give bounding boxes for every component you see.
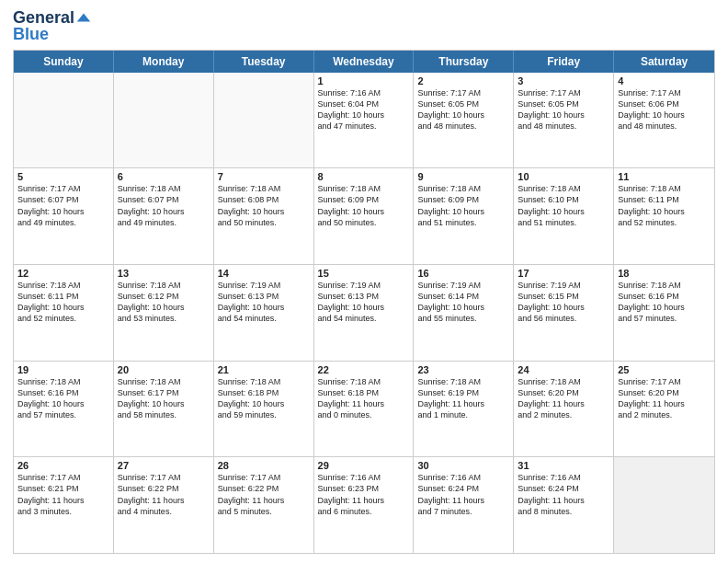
cell-info: Sunrise: 7:18 AM Sunset: 6:19 PM Dayligh… — [417, 376, 509, 421]
calendar-cell-week4-day7: 25Sunrise: 7:17 AM Sunset: 6:20 PM Dayli… — [614, 362, 714, 457]
cell-info: Sunrise: 7:18 AM Sunset: 6:09 PM Dayligh… — [318, 183, 410, 228]
cell-info: Sunrise: 7:17 AM Sunset: 6:07 PM Dayligh… — [17, 183, 109, 228]
page: General Blue SundayMondayTuesdayWednesda… — [0, 0, 728, 563]
cell-info: Sunrise: 7:18 AM Sunset: 6:09 PM Dayligh… — [417, 183, 509, 228]
cell-info: Sunrise: 7:18 AM Sunset: 6:16 PM Dayligh… — [17, 376, 109, 421]
calendar-cell-week4-day1: 19Sunrise: 7:18 AM Sunset: 6:16 PM Dayli… — [14, 362, 114, 457]
calendar-header: SundayMondayTuesdayWednesdayThursdayFrid… — [14, 51, 714, 73]
day-number: 26 — [17, 460, 109, 471]
calendar-cell-week2-day6: 10Sunrise: 7:18 AM Sunset: 6:10 PM Dayli… — [514, 168, 614, 264]
header-day-monday: Monday — [114, 51, 214, 73]
calendar-cell-week2-day2: 6Sunrise: 7:18 AM Sunset: 6:07 PM Daylig… — [114, 168, 214, 264]
calendar-cell-week1-day6: 3Sunrise: 7:17 AM Sunset: 6:05 PM Daylig… — [514, 73, 614, 168]
calendar-cell-week4-day5: 23Sunrise: 7:18 AM Sunset: 6:19 PM Dayli… — [414, 362, 514, 457]
day-number: 9 — [417, 171, 509, 182]
calendar-cell-week5-day7 — [614, 457, 714, 553]
cell-info: Sunrise: 7:19 AM Sunset: 6:15 PM Dayligh… — [518, 280, 609, 325]
calendar-body: 1Sunrise: 7:16 AM Sunset: 6:04 PM Daylig… — [14, 73, 714, 553]
calendar-cell-week3-day2: 13Sunrise: 7:18 AM Sunset: 6:12 PM Dayli… — [114, 265, 214, 361]
calendar-cell-week4-day6: 24Sunrise: 7:18 AM Sunset: 6:20 PM Dayli… — [514, 362, 614, 457]
day-number: 4 — [618, 75, 711, 86]
cell-info: Sunrise: 7:17 AM Sunset: 6:06 PM Dayligh… — [618, 87, 711, 132]
calendar-cell-week1-day3 — [214, 73, 314, 168]
day-number: 23 — [417, 364, 509, 375]
cell-info: Sunrise: 7:17 AM Sunset: 6:21 PM Dayligh… — [17, 472, 109, 517]
cell-info: Sunrise: 7:18 AM Sunset: 6:10 PM Dayligh… — [518, 183, 609, 228]
header: General Blue — [13, 9, 715, 44]
header-day-tuesday: Tuesday — [214, 51, 314, 73]
calendar-week-2: 5Sunrise: 7:17 AM Sunset: 6:07 PM Daylig… — [14, 167, 714, 264]
day-number: 15 — [318, 268, 410, 279]
day-number: 17 — [518, 268, 609, 279]
day-number: 22 — [318, 364, 410, 375]
day-number: 31 — [518, 460, 609, 471]
day-number: 11 — [618, 171, 711, 182]
cell-info: Sunrise: 7:17 AM Sunset: 6:05 PM Dayligh… — [417, 87, 509, 132]
day-number: 6 — [118, 171, 210, 182]
calendar-cell-week5-day1: 26Sunrise: 7:17 AM Sunset: 6:21 PM Dayli… — [14, 457, 114, 553]
cell-info: Sunrise: 7:17 AM Sunset: 6:05 PM Dayligh… — [518, 87, 609, 132]
cell-info: Sunrise: 7:18 AM Sunset: 6:17 PM Dayligh… — [118, 376, 210, 421]
cell-info: Sunrise: 7:17 AM Sunset: 6:22 PM Dayligh… — [218, 472, 310, 517]
day-number: 13 — [118, 268, 210, 279]
calendar-cell-week1-day7: 4Sunrise: 7:17 AM Sunset: 6:06 PM Daylig… — [614, 73, 714, 168]
cell-info: Sunrise: 7:18 AM Sunset: 6:11 PM Dayligh… — [618, 183, 711, 228]
header-day-saturday: Saturday — [614, 51, 714, 73]
cell-info: Sunrise: 7:16 AM Sunset: 6:24 PM Dayligh… — [518, 472, 609, 517]
day-number: 19 — [17, 364, 109, 375]
day-number: 24 — [518, 364, 609, 375]
day-number: 5 — [17, 171, 109, 182]
calendar-cell-week3-day4: 15Sunrise: 7:19 AM Sunset: 6:13 PM Dayli… — [314, 265, 415, 361]
day-number: 21 — [218, 364, 310, 375]
calendar-cell-week3-day5: 16Sunrise: 7:19 AM Sunset: 6:14 PM Dayli… — [414, 265, 514, 361]
cell-info: Sunrise: 7:17 AM Sunset: 6:22 PM Dayligh… — [118, 472, 210, 517]
calendar-cell-week5-day5: 30Sunrise: 7:16 AM Sunset: 6:24 PM Dayli… — [414, 457, 514, 553]
calendar: SundayMondayTuesdayWednesdayThursdayFrid… — [13, 50, 715, 554]
day-number: 2 — [417, 75, 509, 86]
day-number: 27 — [118, 460, 210, 471]
cell-info: Sunrise: 7:18 AM Sunset: 6:20 PM Dayligh… — [518, 376, 609, 421]
cell-info: Sunrise: 7:18 AM Sunset: 6:12 PM Dayligh… — [118, 280, 210, 325]
day-number: 25 — [618, 364, 711, 375]
calendar-cell-week5-day4: 29Sunrise: 7:16 AM Sunset: 6:23 PM Dayli… — [314, 457, 415, 553]
calendar-cell-week1-day1 — [14, 73, 114, 168]
cell-info: Sunrise: 7:18 AM Sunset: 6:11 PM Dayligh… — [17, 280, 109, 325]
calendar-cell-week2-day4: 8Sunrise: 7:18 AM Sunset: 6:09 PM Daylig… — [314, 168, 415, 264]
cell-info: Sunrise: 7:18 AM Sunset: 6:07 PM Dayligh… — [118, 183, 210, 228]
logo-icon — [75, 10, 92, 27]
calendar-week-4: 19Sunrise: 7:18 AM Sunset: 6:16 PM Dayli… — [14, 361, 714, 457]
calendar-cell-week5-day3: 28Sunrise: 7:17 AM Sunset: 6:22 PM Dayli… — [214, 457, 314, 553]
cell-info: Sunrise: 7:19 AM Sunset: 6:14 PM Dayligh… — [417, 280, 509, 325]
cell-info: Sunrise: 7:17 AM Sunset: 6:20 PM Dayligh… — [618, 376, 711, 421]
day-number: 29 — [318, 460, 410, 471]
calendar-cell-week1-day4: 1Sunrise: 7:16 AM Sunset: 6:04 PM Daylig… — [314, 73, 415, 168]
calendar-cell-week3-day7: 18Sunrise: 7:18 AM Sunset: 6:16 PM Dayli… — [614, 265, 714, 361]
calendar-cell-week4-day3: 21Sunrise: 7:18 AM Sunset: 6:18 PM Dayli… — [214, 362, 314, 457]
day-number: 30 — [417, 460, 509, 471]
day-number: 8 — [318, 171, 410, 182]
header-day-wednesday: Wednesday — [314, 51, 415, 73]
day-number: 28 — [218, 460, 310, 471]
day-number: 3 — [518, 75, 609, 86]
day-number: 12 — [17, 268, 109, 279]
calendar-cell-week3-day3: 14Sunrise: 7:19 AM Sunset: 6:13 PM Dayli… — [214, 265, 314, 361]
header-day-friday: Friday — [514, 51, 614, 73]
cell-info: Sunrise: 7:19 AM Sunset: 6:13 PM Dayligh… — [218, 280, 310, 325]
day-number: 18 — [618, 268, 711, 279]
calendar-week-3: 12Sunrise: 7:18 AM Sunset: 6:11 PM Dayli… — [14, 264, 714, 361]
calendar-cell-week4-day2: 20Sunrise: 7:18 AM Sunset: 6:17 PM Dayli… — [114, 362, 214, 457]
day-number: 16 — [417, 268, 509, 279]
logo: General Blue — [13, 9, 92, 44]
header-day-thursday: Thursday — [414, 51, 514, 73]
calendar-week-1: 1Sunrise: 7:16 AM Sunset: 6:04 PM Daylig… — [14, 73, 714, 168]
day-number: 7 — [218, 171, 310, 182]
calendar-cell-week2-day3: 7Sunrise: 7:18 AM Sunset: 6:08 PM Daylig… — [214, 168, 314, 264]
header-day-sunday: Sunday — [14, 51, 114, 73]
cell-info: Sunrise: 7:18 AM Sunset: 6:18 PM Dayligh… — [318, 376, 410, 421]
cell-info: Sunrise: 7:16 AM Sunset: 6:23 PM Dayligh… — [318, 472, 410, 517]
day-number: 10 — [518, 171, 609, 182]
calendar-cell-week1-day2 — [114, 73, 214, 168]
calendar-cell-week5-day2: 27Sunrise: 7:17 AM Sunset: 6:22 PM Dayli… — [114, 457, 214, 553]
cell-info: Sunrise: 7:16 AM Sunset: 6:24 PM Dayligh… — [417, 472, 509, 517]
calendar-cell-week2-day1: 5Sunrise: 7:17 AM Sunset: 6:07 PM Daylig… — [14, 168, 114, 264]
